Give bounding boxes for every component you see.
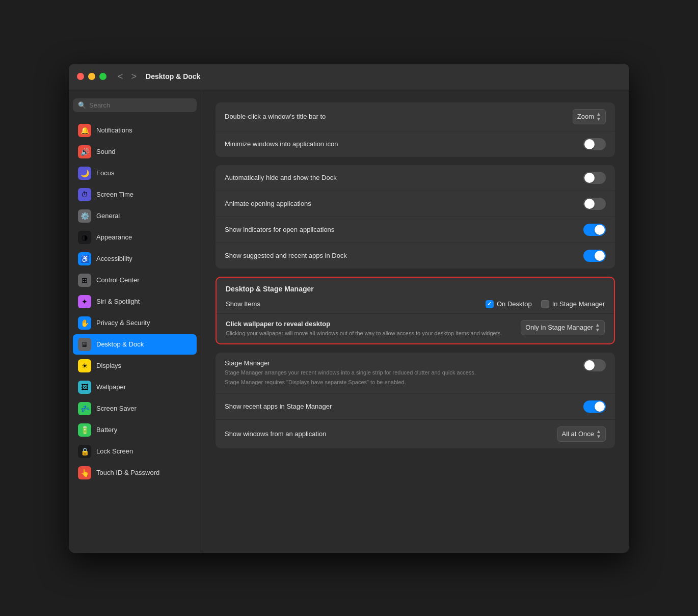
sidebar-item-label-accessibility: Accessibility — [96, 255, 132, 262]
dropdown-arrows-windows-icon: ▲▼ — [596, 429, 601, 439]
sound-icon: 🔊 — [78, 145, 91, 158]
recent-apps-toggle[interactable] — [583, 250, 606, 262]
sidebar-item-label-appearance: Appearance — [96, 233, 132, 241]
sidebar-item-label-displays: Displays — [96, 362, 121, 369]
row-show-recent-stage-manager: Show recent apps in Stage Manager — [216, 394, 615, 420]
sidebar-item-screen-saver[interactable]: 💤Screen Saver — [73, 398, 197, 419]
sidebar-item-label-screen-time: Screen Time — [96, 191, 133, 198]
show-windows-dropdown[interactable]: All at Once ▲▼ — [557, 426, 606, 442]
show-recent-stage-manager-label: Show recent apps in Stage Manager — [225, 403, 332, 410]
close-button[interactable] — [77, 73, 84, 80]
privacy-security-icon: ✋ — [78, 316, 91, 330]
recent-apps-label: Show suggested and recent apps in Dock — [225, 252, 347, 259]
screen-saver-icon: 💤 — [78, 402, 91, 415]
appearance-icon: ◑ — [78, 231, 91, 244]
on-desktop-checkbox[interactable] — [486, 300, 494, 308]
general-icon: ⚙️ — [78, 209, 91, 223]
sidebar-item-battery[interactable]: 🔋Battery — [73, 420, 197, 440]
sidebar-item-control-center[interactable]: ⊞Control Center — [73, 270, 197, 290]
show-windows-value: All at Once — [562, 430, 595, 438]
traffic-lights — [77, 73, 106, 80]
sidebar-item-privacy-security[interactable]: ✋Privacy & Security — [73, 313, 197, 333]
sidebar: 🔍 🔔Notifications🔊Sound🌙Focus⏱Screen Time… — [69, 90, 201, 553]
in-stage-manager-label: In Stage Manager — [552, 300, 605, 308]
in-stage-manager-checkbox-item[interactable]: In Stage Manager — [541, 300, 605, 308]
siri-spotlight-icon: ✦ — [78, 295, 91, 308]
displays-icon: ☀ — [78, 359, 91, 372]
auto-hide-toggle[interactable] — [583, 172, 606, 184]
main-layout: 🔍 🔔Notifications🔊Sound🌙Focus⏱Screen Time… — [69, 90, 629, 553]
sidebar-item-label-focus: Focus — [96, 169, 114, 177]
animate-label: Animate opening applications — [225, 200, 311, 207]
auto-hide-label: Automatically hide and show the Dock — [225, 174, 337, 181]
sidebar-item-appearance[interactable]: ◑Appearance — [73, 227, 197, 248]
sidebar-item-touch-id-password[interactable]: 👆Touch ID & Password — [73, 463, 197, 483]
focus-icon: 🌙 — [78, 167, 91, 180]
sidebar-item-label-desktop-dock: Desktop & Dock — [96, 340, 144, 348]
click-wallpaper-dropdown[interactable]: Only in Stage Manager ▲▼ — [521, 320, 605, 335]
sidebar-item-desktop-dock[interactable]: 🖥Desktop & Dock — [73, 334, 197, 355]
sidebar-item-label-control-center: Control Center — [96, 276, 140, 284]
in-stage-manager-checkbox[interactable] — [541, 300, 549, 308]
section-stage-manager: Stage Manager Stage Manager arranges you… — [216, 353, 615, 448]
sidebar-item-sound[interactable]: 🔊Sound — [73, 142, 197, 162]
dropdown-arrows-icon: ▲▼ — [596, 112, 601, 122]
minimize-button[interactable] — [88, 73, 95, 80]
show-items-label: Show Items — [226, 300, 486, 308]
touch-id-password-icon: 👆 — [78, 466, 91, 479]
battery-icon: 🔋 — [78, 423, 91, 437]
forward-button[interactable]: > — [128, 70, 140, 83]
sidebar-item-label-notifications: Notifications — [96, 126, 132, 134]
search-box[interactable]: 🔍 — [73, 98, 197, 112]
sidebar-item-accessibility[interactable]: ♿Accessibility — [73, 249, 197, 269]
show-windows-label: Show windows from an application — [225, 430, 326, 438]
sidebar-item-label-general: General — [96, 212, 120, 220]
minimize-icon-label: Minimize windows into application icon — [225, 140, 338, 148]
sidebar-item-siri-spotlight[interactable]: ✦Siri & Spotlight — [73, 291, 197, 312]
wallpaper-icon: 🖼 — [78, 381, 91, 394]
stage-manager-title: Stage Manager — [225, 359, 575, 367]
sidebar-item-screen-time[interactable]: ⏱Screen Time — [73, 184, 197, 205]
show-indicators-label: Show indicators for open applications — [225, 226, 334, 233]
sidebar-item-general[interactable]: ⚙️General — [73, 206, 197, 226]
animate-toggle[interactable] — [583, 198, 606, 210]
maximize-button[interactable] — [99, 73, 106, 80]
sidebar-item-notifications[interactable]: 🔔Notifications — [73, 120, 197, 141]
sidebar-item-label-wallpaper: Wallpaper — [96, 383, 126, 391]
search-icon: 🔍 — [78, 101, 86, 109]
double-click-label: Double-click a window's title bar to — [225, 113, 326, 120]
settings-window: < > Desktop & Dock 🔍 🔔Notifications🔊Soun… — [69, 64, 629, 553]
row-animate: Animate opening applications — [216, 191, 615, 217]
row-recent-apps: Show suggested and recent apps in Dock — [216, 243, 615, 269]
search-input[interactable] — [89, 101, 192, 109]
nav-buttons: < > — [115, 70, 140, 83]
sidebar-item-displays[interactable]: ☀Displays — [73, 356, 197, 376]
notifications-icon: 🔔 — [78, 124, 91, 137]
back-button[interactable]: < — [115, 70, 126, 83]
click-wallpaper-title: Click wallpaper to reveal desktop — [226, 320, 515, 328]
sidebar-item-label-screen-saver: Screen Saver — [96, 405, 137, 412]
on-desktop-checkbox-item[interactable]: On Desktop — [486, 300, 532, 308]
click-wallpaper-dropdown-value: Only in Stage Manager — [525, 324, 593, 331]
sidebar-item-focus[interactable]: 🌙Focus — [73, 163, 197, 183]
show-indicators-toggle[interactable] — [583, 224, 606, 236]
lock-screen-icon: 🔒 — [78, 445, 91, 458]
click-wallpaper-text: Click wallpaper to reveal desktop Clicki… — [226, 320, 515, 337]
stage-manager-toggle[interactable] — [583, 359, 606, 371]
control-center-icon: ⊞ — [78, 274, 91, 287]
double-click-dropdown[interactable]: Zoom ▲▼ — [573, 109, 606, 124]
accessibility-icon: ♿ — [78, 252, 91, 265]
sidebar-item-lock-screen[interactable]: 🔒Lock Screen — [73, 441, 197, 462]
row-show-indicators: Show indicators for open applications — [216, 217, 615, 243]
minimize-icon-toggle[interactable] — [583, 138, 606, 150]
sidebar-item-label-battery: Battery — [96, 426, 117, 434]
stage-manager-desc1: Stage Manager arranges your recent windo… — [225, 369, 575, 377]
row-stage-manager: Stage Manager Stage Manager arranges you… — [216, 353, 615, 394]
on-desktop-label: On Desktop — [497, 300, 532, 308]
double-click-value: Zoom — [577, 113, 594, 120]
click-wallpaper-desc: Clicking your wallpaper will move all wi… — [226, 330, 515, 337]
sidebar-item-wallpaper[interactable]: 🖼Wallpaper — [73, 377, 197, 397]
window-title: Desktop & Dock — [146, 72, 200, 81]
show-recent-stage-manager-toggle[interactable] — [583, 400, 606, 413]
row-minimize-icon: Minimize windows into application icon — [216, 131, 615, 157]
